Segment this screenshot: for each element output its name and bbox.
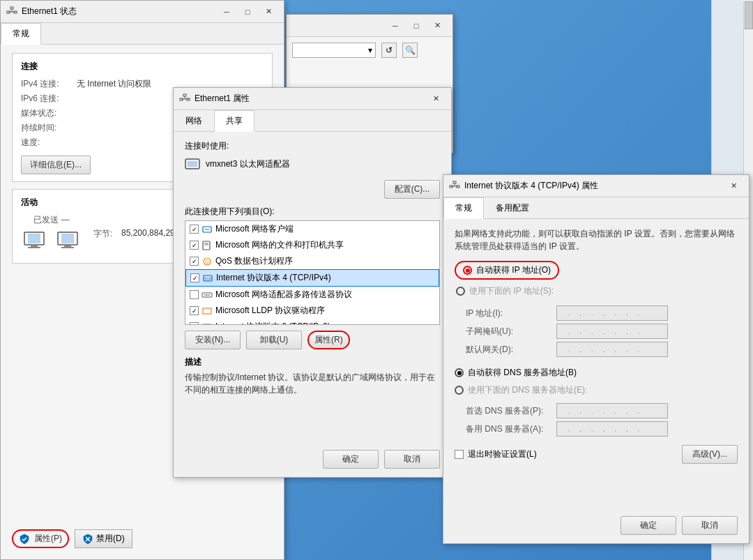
checkbox-0[interactable]: ✓ (190, 225, 199, 234)
list-item-5[interactable]: ✓ Microsoft LLDP 协议驱动程序 (185, 303, 439, 319)
install-button[interactable]: 安装(N)... (185, 331, 241, 349)
item-label-3: Internet 协议版本 4 (TCP/IPv4) (216, 272, 331, 284)
static-ip-radio[interactable] (456, 287, 465, 296)
bg-dropdown[interactable]: ▾ (292, 43, 376, 58)
validate-checkbox[interactable] (455, 450, 464, 459)
config-button[interactable]: 配置(C)... (384, 180, 440, 199)
tcp-cancel-button[interactable]: 取消 (682, 516, 738, 535)
connection-label: 连接时使用: (185, 140, 440, 152)
duration-label: 持续时间: (21, 122, 77, 134)
components-list[interactable]: ✓ Microsoft 网络客户端 ✓ Microsoft 网络的文件和打印机共… (185, 220, 440, 325)
auto-dns-radio[interactable] (455, 368, 464, 377)
props-r-button[interactable]: 属性(R) (314, 334, 343, 346)
spacer (455, 360, 738, 367)
properties-btn-highlight[interactable]: 属性(R) (307, 331, 350, 349)
bg-content: ▾ ↺ 🔍 (287, 37, 452, 69)
properties-button[interactable]: 属性(P) (34, 533, 62, 545)
list-item-2[interactable]: ✓ Q QoS 数据包计划程序 (185, 253, 439, 269)
ipv4-label: IPv4 连接: (21, 78, 77, 90)
ipv6-label: IPv6 连接: (21, 93, 77, 105)
list-item-6[interactable]: ✓ IPv6 Internet 协议版本 6 (TCP/IPv6) (185, 319, 439, 325)
pdns-seg-1: . (560, 406, 578, 416)
advanced-button[interactable]: 高级(V)... (682, 445, 738, 464)
tab-sharing[interactable]: 共享 (214, 110, 254, 132)
bg-close-button[interactable]: ✕ (427, 19, 447, 33)
speed-label: 速度: (21, 137, 77, 149)
eth-props-title-left: Ethernet1 属性 (179, 93, 250, 105)
tcp-content: 如果网络支持此功能，则可以获取自动指派的 IP 设置。否则，您需要从网络系统管理… (443, 219, 749, 472)
tab-network[interactable]: 网络 (174, 110, 214, 132)
tcp-props-close-button[interactable]: ✕ (724, 179, 743, 193)
item-label-1: Microsoft 网络的文件和打印机共享 (215, 239, 344, 251)
static-dns-label[interactable]: 使用下面的 DNS 服务器地址(E): (468, 384, 587, 396)
chevron-down-icon: ▾ (368, 45, 372, 55)
static-dns-row: 使用下面的 DNS 服务器地址(E): (455, 384, 738, 396)
disable-btn-container[interactable]: 禁用(D) (75, 529, 132, 548)
minimize-button[interactable]: ─ (217, 5, 236, 19)
sent-label: 已发送 — (33, 214, 69, 226)
ip-seg-4: . (630, 308, 648, 318)
subnet-label: 子网掩码(U): (466, 326, 556, 338)
bg-maximize-button[interactable]: □ (406, 19, 426, 33)
item-label-2: QoS 数据包计划程序 (215, 255, 293, 267)
checkbox-5[interactable]: ✓ (190, 306, 199, 315)
adns-seg-1: . (560, 424, 578, 434)
checkbox-2[interactable]: ✓ (190, 257, 199, 266)
item-icon-6: IPv6 (201, 321, 213, 326)
dns-fields: 首选 DNS 服务器(P): . . . . . . . 备用 DNS 服务器(… (466, 403, 738, 437)
alternate-dns-label: 备用 DNS 服务器(A): (466, 423, 556, 435)
description-text: 传输控制协议/Internet 协议。该协议是默认的广域网络协议，用于在不同的相… (185, 371, 440, 396)
eth-status-titlebar: Ethernet1 状态 ─ □ ✕ (1, 1, 284, 23)
uninstall-button[interactable]: 卸载(U) (246, 331, 302, 349)
close-button[interactable]: ✕ (259, 5, 278, 19)
item-icon-3: TCP (202, 273, 213, 284)
checkbox-3[interactable]: ✓ (190, 273, 199, 282)
tcp-tab-alternate[interactable]: 备用配置 (484, 197, 541, 219)
list-item-0[interactable]: ✓ Microsoft 网络客户端 (185, 221, 439, 237)
static-dns-radio[interactable] (455, 386, 464, 395)
list-item-1[interactable]: ✓ Microsoft 网络的文件和打印机共享 (185, 237, 439, 253)
static-ip-row: 使用下面的 IP 地址(S): (456, 285, 738, 297)
tab-general[interactable]: 常规 (1, 23, 41, 45)
svg-rect-15 (183, 94, 186, 96)
media-label: 媒体状态: (21, 107, 77, 119)
list-item-4[interactable]: Microsoft 网络适配器多路传送器协议 (185, 287, 439, 303)
pdns-seg-4: . (630, 406, 648, 416)
gateway-label: 默认网关(D): (466, 344, 556, 356)
network-icon (6, 6, 17, 17)
ip-address-input: . . . . . . . (556, 305, 668, 321)
shield-x-icon (82, 533, 93, 545)
svg-rect-24 (203, 241, 210, 250)
tcp-tab-general[interactable]: 常规 (443, 197, 484, 219)
eth-props-cancel-button[interactable]: 取消 (384, 450, 440, 469)
item-label-4: Microsoft 网络适配器多路传送器协议 (215, 289, 352, 301)
details-button[interactable]: 详细信息(E)... (21, 156, 91, 174)
bg-minimize-button[interactable]: ─ (386, 19, 405, 33)
checkbox-4[interactable] (190, 290, 199, 299)
alternate-dns-input: . . . . . . . (556, 421, 668, 437)
maximize-button[interactable]: □ (238, 5, 257, 19)
auto-dns-label[interactable]: 自动获得 DNS 服务器地址(B) (468, 367, 577, 379)
refresh-button[interactable]: ↺ (381, 43, 397, 58)
auto-ip-radio[interactable] (463, 266, 472, 275)
static-ip-label[interactable]: 使用下面的 IP 地址(S): (469, 285, 554, 297)
auto-ip-label[interactable]: 自动获得 IP 地址(O) (476, 264, 551, 276)
eth-props-ok-button[interactable]: 确定 (323, 450, 379, 469)
item-icon-5 (201, 305, 213, 317)
list-header: 此连接使用下列项目(O): (185, 206, 440, 218)
svg-rect-34 (203, 324, 211, 326)
list-item-3[interactable]: ✓ TCP Internet 协议版本 4 (TCP/IPv4) (185, 269, 439, 287)
validate-label[interactable]: 退出时验证设置(L) (468, 448, 537, 460)
eth-props-close-button[interactable]: ✕ (426, 92, 446, 106)
titlebar-left: Ethernet1 状态 (6, 6, 77, 17)
tcp-ok-button[interactable]: 确定 (621, 516, 676, 535)
svg-rect-37 (453, 181, 456, 183)
checkbox-1[interactable]: ✓ (190, 241, 199, 250)
adapter-row: vmxnet3 以太网适配器 (185, 156, 440, 172)
subnet-input: . . . . . . . (556, 324, 668, 339)
search-button[interactable]: 🔍 (402, 43, 418, 58)
checkbox-6[interactable]: ✓ (190, 322, 199, 325)
bottom-btn-row: 属性(P) 禁用(D) (1, 529, 284, 548)
preferred-dns-row: 首选 DNS 服务器(P): . . . . . . . (466, 403, 738, 418)
adns-seg-2: . (583, 424, 601, 434)
